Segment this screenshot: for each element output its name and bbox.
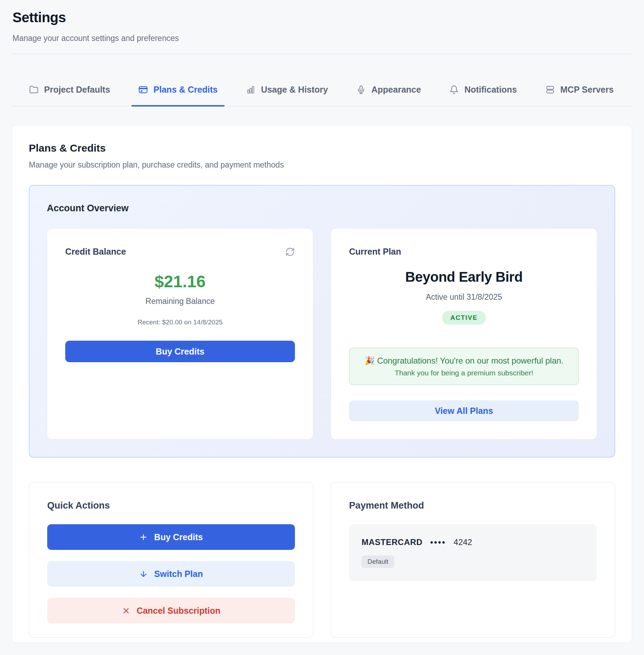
current-plan-header: Current Plan <box>349 247 579 257</box>
plan-active-until: Active until 31/8/2025 <box>349 292 579 302</box>
tab-appearance[interactable]: Appearance <box>349 85 428 107</box>
default-badge-row: Default <box>362 555 584 568</box>
cancel-subscription-button[interactable]: Cancel Subscription <box>47 598 295 623</box>
congrats-line2: Thank you for being a premium subscriber… <box>358 368 570 377</box>
credit-balance-label: Remaining Balance <box>65 297 295 306</box>
view-all-plans-label: View All Plans <box>435 406 493 416</box>
credit-balance-card: Credit Balance $21.16 Remaining Balance … <box>47 228 313 440</box>
payment-method-card: Payment Method MASTERCARD •••• 4242 Defa… <box>331 482 615 638</box>
account-overview: Account Overview Credit Balance $21.16 R… <box>29 185 615 458</box>
microphone-icon <box>356 85 366 94</box>
tab-label: Plans & Credits <box>153 85 218 95</box>
bell-icon <box>449 85 459 94</box>
tab-label: Usage & History <box>261 85 328 95</box>
default-badge: Default <box>362 555 394 568</box>
status-badge: ACTIVE <box>442 311 486 325</box>
section-subtitle: Manage your subscription plan, purchase … <box>29 160 615 170</box>
switch-plan-button[interactable]: Switch Plan <box>47 561 295 587</box>
card-mask-dots: •••• <box>430 537 446 547</box>
page-title: Settings <box>12 10 632 25</box>
settings-tab-bar: Project Defaults Plans & Credits Usage &… <box>12 54 632 107</box>
plan-name: Beyond Early Bird <box>349 269 579 285</box>
tab-project-defaults[interactable]: Project Defaults <box>22 85 117 107</box>
quick-actions-title: Quick Actions <box>47 500 295 511</box>
credit-balance-recent: Recent: $20.00 on 14/8/2025 <box>65 318 295 326</box>
cancel-subscription-label: Cancel Subscription <box>137 606 221 616</box>
payment-card-row: MASTERCARD •••• 4242 <box>362 537 584 547</box>
credit-card-icon <box>138 85 148 94</box>
tab-plans-credits[interactable]: Plans & Credits <box>132 85 224 107</box>
arrow-down-icon <box>139 570 148 578</box>
plan-badge-row: ACTIVE <box>349 311 579 325</box>
current-plan-card: Current Plan Beyond Early Bird Active un… <box>331 228 597 440</box>
bottom-grid: Quick Actions Buy Credits Switch Plan <box>29 482 615 638</box>
tab-usage-history[interactable]: Usage & History <box>239 85 335 107</box>
card-brand: MASTERCARD <box>362 537 423 547</box>
bar-chart-icon <box>246 85 255 94</box>
quick-buy-credits-label: Buy Credits <box>154 532 203 542</box>
refresh-icon <box>285 247 295 257</box>
quick-actions-card: Quick Actions Buy Credits Switch Plan <box>29 482 313 638</box>
refresh-balance-button[interactable] <box>285 247 295 257</box>
plus-icon <box>139 533 148 542</box>
congrats-banner: 🎉 Congratulations! You're on our most po… <box>349 348 579 385</box>
plans-credits-section: Plans & Credits Manage your subscription… <box>12 125 632 643</box>
payment-method-title: Payment Method <box>349 500 597 511</box>
view-all-plans-button[interactable]: View All Plans <box>349 400 579 421</box>
tab-mcp-servers[interactable]: MCP Servers <box>539 85 621 107</box>
credit-balance-title: Credit Balance <box>65 247 126 257</box>
server-stack-icon <box>545 85 555 94</box>
buy-credits-button[interactable]: Buy Credits <box>65 341 295 362</box>
card-last4: 4242 <box>454 537 472 547</box>
tab-label: Project Defaults <box>44 85 110 95</box>
page-subtitle: Manage your account settings and prefere… <box>12 34 632 43</box>
page-header: Settings Manage your account settings an… <box>0 0 644 43</box>
quick-actions-buttons: Buy Credits Switch Plan Cancel Subscript… <box>47 524 295 623</box>
quick-buy-credits-button[interactable]: Buy Credits <box>47 524 295 550</box>
payment-method-item: MASTERCARD •••• 4242 Default <box>349 524 597 581</box>
congrats-line1: 🎉 Congratulations! You're on our most po… <box>358 355 570 366</box>
section-title: Plans & Credits <box>29 142 615 154</box>
x-icon <box>122 606 130 615</box>
account-overview-title: Account Overview <box>47 203 597 214</box>
buy-credits-label: Buy Credits <box>156 347 204 357</box>
tab-label: Appearance <box>371 85 421 95</box>
current-plan-title: Current Plan <box>349 247 401 257</box>
credit-balance-amount: $21.16 <box>65 272 295 291</box>
account-overview-grid: Credit Balance $21.16 Remaining Balance … <box>47 228 597 440</box>
tab-label: MCP Servers <box>560 85 614 95</box>
tab-notifications[interactable]: Notifications <box>442 85 524 107</box>
switch-plan-label: Switch Plan <box>154 569 203 579</box>
tab-label: Notifications <box>464 85 517 95</box>
folder-icon <box>29 85 39 94</box>
credit-balance-header: Credit Balance <box>65 247 295 257</box>
